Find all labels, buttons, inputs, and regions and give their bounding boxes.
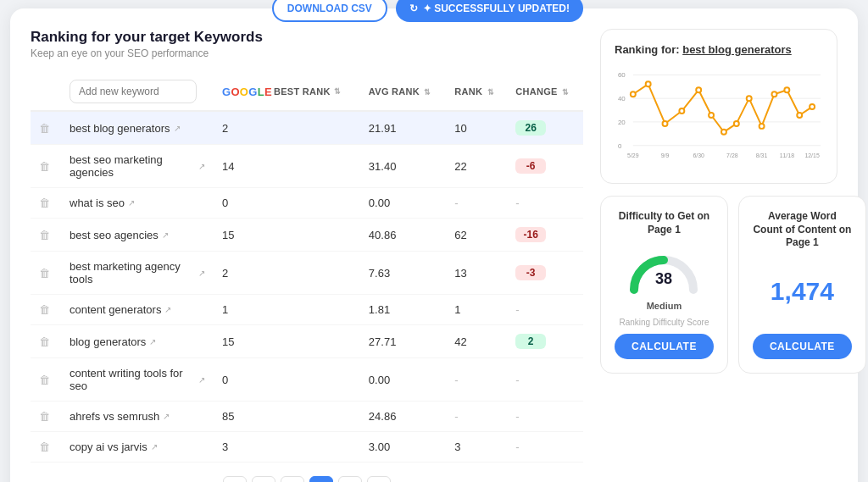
sort-icon-avg: ⇅ <box>424 88 431 97</box>
svg-text:20: 20 <box>618 119 626 126</box>
download-csv-button[interactable]: DOWNLOAD CSV <box>272 0 387 22</box>
rank-cell: - <box>446 402 507 432</box>
keyword-cell: content generators ↗ <box>70 303 205 316</box>
add-keyword-input[interactable] <box>70 80 197 103</box>
refresh-icon: ↻ <box>409 3 418 14</box>
rank-cell: - <box>446 188 507 219</box>
rank-cell: - <box>446 358 507 402</box>
change-cell: -3 <box>507 252 583 295</box>
svg-text:12/15: 12/15 <box>804 152 820 158</box>
external-link-icon[interactable]: ↗ <box>162 230 169 240</box>
delete-icon[interactable]: 🗑 <box>39 197 50 209</box>
change-cell: 2 <box>507 325 583 358</box>
rank-cell: 10 <box>446 111 507 145</box>
delete-icon[interactable]: 🗑 <box>39 160 50 173</box>
avg-rank-cell: 0.00 <box>360 358 446 402</box>
delete-icon[interactable]: 🗑 <box>39 374 50 386</box>
ranking-chart-card: Ranking for: best blog generators 60 40 … <box>600 29 837 184</box>
external-link-icon[interactable]: ↗ <box>164 305 171 314</box>
external-link-icon[interactable]: ↗ <box>174 124 181 133</box>
chart-keyword-link[interactable]: best blog generators <box>682 43 792 56</box>
svg-point-18 <box>771 91 776 97</box>
delete-icon[interactable]: 🗑 <box>39 303 50 316</box>
delete-icon[interactable]: 🗑 <box>39 267 50 280</box>
keyword-cell: best seo marketing agencies ↗ <box>70 153 205 179</box>
svg-text:7/28: 7/28 <box>726 152 738 158</box>
best-rank-cell: 14 <box>214 145 360 188</box>
rank-cell: 1 <box>446 295 507 325</box>
svg-point-10 <box>663 121 668 126</box>
change-badge: -3 <box>515 265 546 280</box>
svg-point-12 <box>696 87 701 92</box>
change-cell: - <box>507 358 583 402</box>
change-badge: 2 <box>515 334 546 349</box>
table-row: 🗑 what is seo ↗ 0 0.00 - - <box>31 188 583 219</box>
first-page-button[interactable]: « <box>223 476 247 482</box>
best-rank-cell: 85 <box>214 402 360 432</box>
svg-text:60: 60 <box>618 71 626 79</box>
delete-icon[interactable]: 🗑 <box>39 440 50 453</box>
avg-rank-cell: 40.86 <box>360 219 446 252</box>
rank-cell: 22 <box>446 145 507 188</box>
svg-text:6/30: 6/30 <box>693 152 704 158</box>
word-count-calculate-button[interactable]: CALCULATE <box>753 334 852 359</box>
next-page-button[interactable]: › <box>338 476 362 482</box>
best-rank-cell: 15 <box>214 219 360 252</box>
best-rank-cell: 3 <box>214 432 360 463</box>
change-badge: 26 <box>515 120 546 136</box>
external-link-icon[interactable]: ↗ <box>198 162 205 171</box>
last-page-button[interactable]: » <box>367 476 391 482</box>
word-count-value: 1,474 <box>771 277 834 306</box>
pagination: « ‹ 1 2 › » <box>31 476 583 482</box>
delete-icon[interactable]: 🗑 <box>39 335 50 348</box>
rank-cell: 3 <box>446 432 507 463</box>
svg-point-8 <box>631 91 636 97</box>
page-subtitle: Keep an eye on your SEO performance <box>31 47 263 59</box>
svg-point-15 <box>734 121 739 126</box>
table-row: 🗑 content writing tools for seo ↗ 0 0.00… <box>31 358 583 402</box>
change-cell: - <box>507 188 583 219</box>
change-cell: -16 <box>507 219 583 252</box>
keyword-cell: best blog generators ↗ <box>70 122 205 135</box>
svg-point-14 <box>721 130 726 135</box>
table-row: 🗑 best blog generators ↗ 2 21.91 10 26 <box>31 111 583 145</box>
difficulty-calculate-button[interactable]: CALCULATE <box>615 334 714 359</box>
updated-button[interactable]: ↻ ✦ SUCCESSFULLY UPDATED! <box>396 0 583 22</box>
external-link-icon[interactable]: ↗ <box>128 198 135 208</box>
delete-icon[interactable]: 🗑 <box>39 122 50 135</box>
change-dash: - <box>515 410 519 423</box>
svg-point-9 <box>646 81 651 86</box>
avg-rank-cell: 0.00 <box>360 188 446 219</box>
external-link-icon[interactable]: ↗ <box>163 412 170 421</box>
gauge-chart: 38 <box>626 243 702 294</box>
svg-point-21 <box>810 104 815 109</box>
external-link-icon[interactable]: ↗ <box>151 442 158 452</box>
prev-page-button[interactable]: ‹ <box>252 476 275 482</box>
change-dash: - <box>515 197 519 209</box>
rank-cell: 62 <box>446 219 507 252</box>
best-rank-cell: 15 <box>214 325 360 358</box>
svg-text:9/9: 9/9 <box>661 152 670 158</box>
page-1-button[interactable]: 1 <box>281 476 304 482</box>
keyword-cell: blog generators ↗ <box>70 335 205 348</box>
difficulty-card: Difficulty to Get on Page 1 38 Medium Ra… <box>600 196 728 374</box>
delete-icon[interactable]: 🗑 <box>39 410 50 423</box>
ranking-chart: 60 40 20 0 <box>615 64 823 166</box>
rank-cell: 13 <box>446 252 507 295</box>
avg-rank-cell: 27.71 <box>360 325 446 358</box>
svg-point-13 <box>709 113 714 118</box>
table-row: 🗑 best marketing agency tools ↗ 2 7.63 1… <box>31 252 583 295</box>
page-2-button[interactable]: 2 <box>309 476 333 482</box>
table-row: 🗑 content generators ↗ 1 1.81 1 - <box>31 295 583 325</box>
sort-icon: ⇅ <box>334 87 341 96</box>
external-link-icon[interactable]: ↗ <box>149 337 156 346</box>
external-link-icon[interactable]: ↗ <box>198 269 205 278</box>
change-cell: 26 <box>507 111 583 145</box>
external-link-icon[interactable]: ↗ <box>198 375 205 385</box>
delete-icon[interactable]: 🗑 <box>39 229 50 241</box>
keyword-cell: ahrefs vs semrush ↗ <box>70 410 205 423</box>
svg-point-19 <box>784 87 789 92</box>
svg-text:11/18: 11/18 <box>780 152 795 158</box>
table-row: 🗑 best seo marketing agencies ↗ 14 31.40… <box>31 145 583 188</box>
keyword-cell: best marketing agency tools ↗ <box>70 260 205 285</box>
